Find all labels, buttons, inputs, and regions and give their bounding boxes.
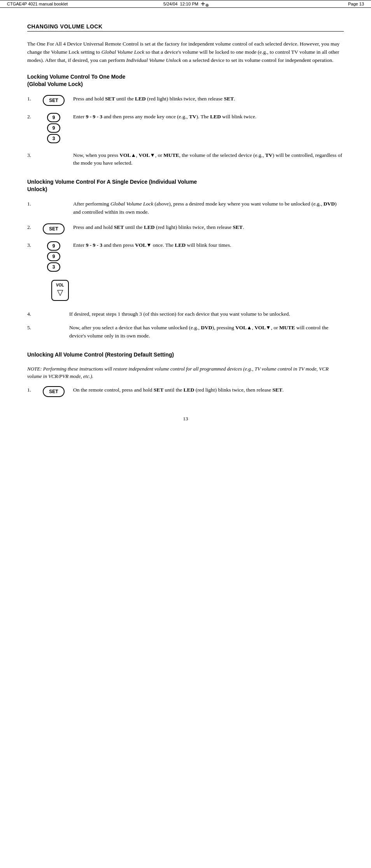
sub-heading-3: Unlocking All Volume Control (Restoring … [27, 351, 344, 358]
sub-heading-2-line1: Unlocking Volume Control For A Single De… [27, 179, 197, 185]
sub2-step-4: 4. If desired, repeat steps 1 through 3 … [27, 310, 344, 318]
page-number-text: 13 [183, 416, 188, 422]
header-center: 5/24/04 12:10 PM ⊕ [163, 0, 208, 7]
sub-heading-2: Unlocking Volume Control For A Single De… [27, 178, 344, 193]
sub-heading-1-line2: (Global Volume Lock) [27, 81, 83, 87]
header-date: 5/24/04 [163, 2, 178, 6]
num9-button-2a[interactable]: 9 [47, 241, 60, 251]
sub2-step3-text: Enter 9 - 9 - 3 and then press VOL▼ once… [73, 241, 344, 250]
sub2-step-number-1: 1. [27, 200, 38, 207]
header-time: 12:10 PM [180, 2, 198, 6]
set-label-1: SET [49, 98, 58, 103]
intro-paragraph: The One For All 4 Device Universal Remot… [27, 40, 344, 65]
step-number-3: 3. [27, 151, 38, 158]
sub1-step3-text: Now, when you press VOL▲, VOL▼, or MUTE,… [73, 151, 344, 168]
header-bar: CTGAE4P 4021 manual booklet 5/24/04 12:1… [0, 0, 371, 8]
page-wrapper: CTGAE4P 4021 manual booklet 5/24/04 12:1… [0, 0, 371, 868]
vol-down-standalone: VOL ▽ [51, 280, 344, 301]
sub1-step2-text: Enter 9 - 9 - 3 and then press any mode … [73, 113, 344, 121]
set-button-icon-2: SET [38, 223, 69, 234]
sub2-step4-text: If desired, repeat steps 1 through 3 (of… [69, 310, 344, 318]
sub2-step2-text: Press and and hold SET until the LED (re… [73, 223, 344, 232]
set-button-1[interactable]: SET [43, 95, 64, 106]
step-number-2: 2. [27, 113, 38, 120]
set-label-3: SET [49, 389, 58, 394]
num-buttons-icon-1: 9 9 3 [38, 113, 69, 144]
sub1-step1-text: Press and hold SET until the LED (red li… [73, 95, 344, 103]
sub3-step1-text: On the remote control, press and hold SE… [73, 386, 344, 394]
vol-label: VOL [56, 283, 64, 287]
page-number: 13 [27, 408, 344, 434]
sub-heading-1: Locking Volume Control To One Mode (Glob… [27, 73, 344, 88]
content-area: CHANGING VOLUME LOCK The One For All 4 D… [0, 8, 371, 449]
sub2-step-3: 3. 9 9 3 Enter 9 - 9 - 3 and then press … [27, 241, 344, 273]
sub3-step-number-1: 1. [27, 386, 38, 393]
num3-button-1[interactable]: 3 [47, 134, 60, 143]
crosshair-icon: ⊕ [201, 0, 208, 7]
header-right: Page 13 [348, 2, 364, 6]
sub1-step-1: 1. SET Press and hold SET until the LED … [27, 95, 344, 106]
num9-button-1a[interactable]: 9 [47, 113, 60, 122]
sub-heading-3-text: Unlocking All Volume Control (Restoring … [27, 351, 174, 358]
set-button-icon-1: SET [38, 95, 69, 106]
sub2-step-2: 2. SET Press and and hold SET until the … [27, 223, 344, 234]
sub2-step-number-3: 3. [27, 241, 38, 248]
sub2-step-5: 5. Now, after you select a device that h… [27, 324, 344, 340]
sub2-step-number-4: 4. [27, 310, 38, 318]
sub-heading-2-line2: Unlock) [27, 186, 47, 192]
note-text: NOTE: Performing these instructions will… [27, 365, 344, 380]
num9-button-1b[interactable]: 9 [47, 123, 60, 133]
sub1-step-2: 2. 9 9 3 Enter 9 - 9 - 3 and then press … [27, 113, 344, 144]
sub2-step5-text: Now, after you select a device that has … [69, 324, 344, 340]
sub2-step1-text: After performing Global Volume Lock (abo… [73, 200, 344, 216]
sub3-step-1: 1. SET On the remote control, press and … [27, 386, 344, 397]
set-button-icon-3: SET [38, 386, 69, 397]
section-title-text: CHANGING VOLUME LOCK [27, 23, 103, 30]
vol-down-icon[interactable]: ▽ [57, 288, 63, 297]
num3-button-2[interactable]: 3 [47, 262, 60, 272]
header-left: CTGAE4P 4021 manual booklet [7, 2, 68, 6]
set-button-3[interactable]: SET [43, 386, 64, 397]
vol-button-wrapper: VOL ▽ [51, 280, 69, 301]
section-title: CHANGING VOLUME LOCK [27, 23, 344, 32]
sub1-step-3: 3. Now, when you press VOL▲, VOL▼, or MU… [27, 151, 344, 168]
sub2-step-number-5: 5. [27, 324, 38, 340]
num-buttons-icon-2: 9 9 3 [38, 241, 69, 273]
note-content: NOTE: Performing these instructions will… [27, 366, 329, 379]
num9-button-2b[interactable]: 9 [47, 252, 60, 261]
sub2-step-1: 1. After performing Global Volume Lock (… [27, 200, 344, 216]
sub2-step-number-2: 2. [27, 223, 38, 230]
sub-heading-1-line1: Locking Volume Control To One Mode [27, 74, 125, 80]
set-label-2: SET [49, 226, 58, 232]
set-button-2[interactable]: SET [43, 223, 64, 234]
step-number-1: 1. [27, 95, 38, 102]
